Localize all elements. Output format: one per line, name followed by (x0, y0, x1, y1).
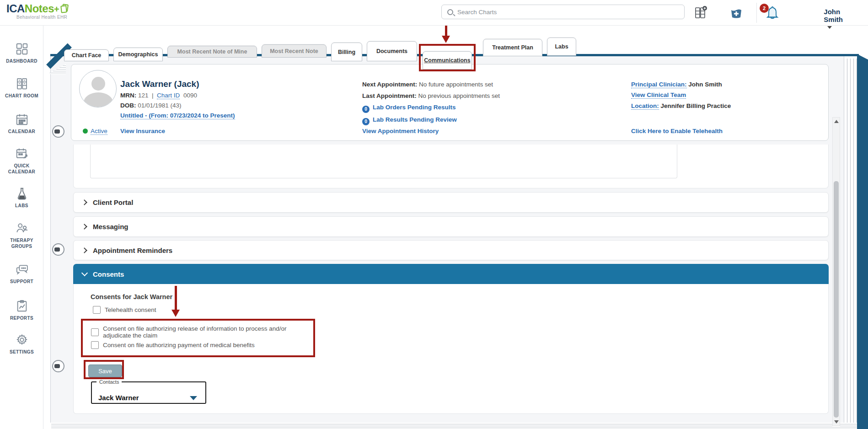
lab-orders-row: 0Lab Orders Pending Results (362, 104, 456, 113)
logo-plus-icon: + (54, 4, 59, 14)
payment-consent-checkbox[interactable] (91, 341, 99, 349)
logo-document-icon (60, 4, 69, 13)
accordion-appointment-reminders[interactable]: Appointment Reminders (73, 240, 829, 260)
payment-consent-row: Consent on file authorizing payment of m… (91, 341, 255, 349)
tab-most-recent-note[interactable]: Most Recent Note (262, 44, 327, 58)
chevron-right-icon (81, 224, 87, 230)
chart-page-stack-bottom (51, 423, 858, 429)
topbar-divider (756, 3, 757, 23)
patient-name: Jack Warner (Jack) (120, 79, 199, 89)
principal-clinician-row: Principal Clinician: John Smith (631, 81, 722, 88)
scrollbar-thumb[interactable] (834, 181, 839, 418)
contacts-dropdown[interactable]: Contacts Jack Warner (91, 379, 206, 404)
reports-icon (15, 299, 29, 313)
app-root: ICANotes+ Behavioral Health EHR (0, 0, 868, 429)
lab-results-count-badge: 0 (362, 118, 370, 125)
sidebar-item-calendar[interactable]: CALENDAR (0, 113, 43, 134)
user-name: John Smith (824, 8, 843, 23)
enable-telehealth-link[interactable]: Click Here to Enable Telehealth (631, 128, 723, 134)
patient-dob-row: DOB: 01/01/1981 (43) (120, 102, 182, 109)
chart-room-add-icon[interactable] (693, 6, 708, 21)
settings-gear-icon (15, 333, 29, 347)
sidebar-item-support[interactable]: SUPPORT (0, 263, 43, 284)
save-button[interactable]: Save (88, 365, 122, 377)
notification-badge: 2 (760, 4, 769, 13)
new-prescription-icon[interactable] (729, 6, 744, 22)
telehealth-consent-checkbox[interactable] (93, 306, 101, 314)
scrollbar-up-arrow-icon[interactable] (834, 120, 839, 123)
binder-ring (52, 243, 64, 256)
sidebar-item-quick-calendar[interactable]: QUICK CALENDAR (0, 147, 43, 175)
search-icon (447, 9, 453, 15)
sidebar-item-chart-room[interactable]: CHART ROOM (0, 77, 43, 99)
sidebar-item-labs[interactable]: LABS (0, 187, 43, 209)
sidebar-item-dashboard[interactable]: DASHBOARD (0, 42, 43, 64)
lab-results-row: 0Lab Results Pending Review (362, 116, 457, 125)
telehealth-consent-row: Telehealth consent (93, 306, 156, 314)
annotation-box-save: Save (84, 360, 124, 379)
view-appointment-history-link[interactable]: View Appointment History (362, 128, 439, 134)
accordion-messaging[interactable]: Messaging (73, 216, 829, 237)
annotation-arrow-consents (171, 286, 180, 317)
last-appointment-row: Last Appointment: No previous appointmen… (362, 92, 500, 99)
view-clinical-team-row: View Clinical Team (631, 91, 686, 98)
release-consent-row: Consent on file authorizing release of i… (91, 325, 313, 339)
chevron-right-icon (81, 199, 87, 205)
sidebar-item-reports[interactable]: REPORTS (0, 299, 43, 321)
search-bar (441, 5, 685, 19)
episode-link[interactable]: Untitled - (From: 07/23/2024 to Present) (120, 112, 235, 119)
top-bar: ICANotes+ Behavioral Health EHR (0, 0, 868, 26)
binder-ring (52, 360, 64, 372)
user-menu[interactable]: John Smith (824, 8, 843, 31)
sidebar-nav: DASHBOARD CHART ROOM CALENDAR QUICK CALE… (0, 26, 43, 429)
chevron-down-icon (81, 270, 88, 276)
app-logo[interactable]: ICANotes+ Behavioral Health EHR (6, 3, 69, 20)
logo-text-notes: Notes (25, 2, 54, 15)
user-menu-chevron-icon (827, 26, 832, 29)
tab-most-recent-note-of-mine[interactable]: Most Recent Note of Mine (167, 46, 257, 58)
tab-demographics[interactable]: Demographics (113, 48, 163, 61)
patient-episode-row: Untitled - (From: 07/23/2024 to Present) (120, 112, 235, 119)
active-status-dot (83, 129, 88, 134)
tab-documents[interactable]: Documents (367, 41, 417, 61)
next-appointment-row: Next Appointment: No future appointments… (362, 81, 493, 88)
location-link[interactable]: Location: (631, 102, 659, 110)
notifications-bell-icon[interactable]: 2 (763, 5, 783, 22)
annotation-box-claim-consents: Consent on file authorizing release of i… (81, 319, 315, 357)
dropdown-caret-icon[interactable] (190, 396, 197, 400)
logo-tagline: Behavioral Health EHR (16, 15, 69, 20)
search-input[interactable] (457, 9, 668, 16)
sidebar-item-settings[interactable]: SETTINGS (0, 333, 43, 355)
support-chat-icon (15, 263, 29, 276)
accordion-consents-header[interactable]: Consents (73, 264, 829, 284)
lab-orders-count-badge: 0 (362, 106, 370, 113)
contacts-selected-value: Jack Warner (98, 394, 139, 402)
location-row: Location: Jennifer Billing Practice (631, 102, 731, 109)
scrollbar-down-arrow-icon[interactable] (834, 420, 839, 424)
view-appointment-history-row: View Appointment History (362, 128, 439, 134)
enable-telehealth-row: Click Here to Enable Telehealth (631, 128, 723, 134)
active-status-link[interactable]: Active (91, 128, 107, 135)
accordion-client-portal[interactable]: Client Portal (73, 192, 829, 213)
release-consent-checkbox[interactable] (91, 328, 99, 336)
therapy-groups-icon (15, 221, 29, 235)
lab-orders-link[interactable]: Lab Orders Pending Results (373, 104, 456, 111)
tab-treatment-plan[interactable]: Treatment Plan (483, 39, 542, 56)
contacts-label: Contacts (96, 379, 122, 385)
patient-status-row: Active (83, 128, 107, 134)
content-scrollbar[interactable] (832, 117, 840, 426)
patient-mrn-row: MRN: 121 | Chart ID 0090 (120, 92, 197, 99)
tab-billing[interactable]: Billing (331, 43, 362, 61)
annotation-box-communications (419, 44, 476, 71)
view-insurance-link[interactable]: View Insurance (120, 128, 165, 134)
chart-id-link[interactable]: Chart ID (157, 92, 180, 99)
principal-clinician-link[interactable]: Principal Clinician: (631, 81, 687, 88)
patient-header-card: Jack Warner (Jack) MRN: 121 | Chart ID 0… (71, 64, 829, 141)
tab-labs[interactable]: Labs (547, 38, 576, 56)
logo-text-ica: ICA (6, 2, 25, 15)
view-clinical-team-link[interactable]: View Clinical Team (631, 91, 686, 99)
sidebar-item-therapy-groups[interactable]: THERAPY GROUPS (0, 221, 43, 249)
tab-chart-face[interactable]: Chart Face (64, 49, 109, 61)
consents-heading: Consents for Jack Warner (91, 293, 172, 300)
lab-results-link[interactable]: Lab Results Pending Review (373, 116, 457, 123)
